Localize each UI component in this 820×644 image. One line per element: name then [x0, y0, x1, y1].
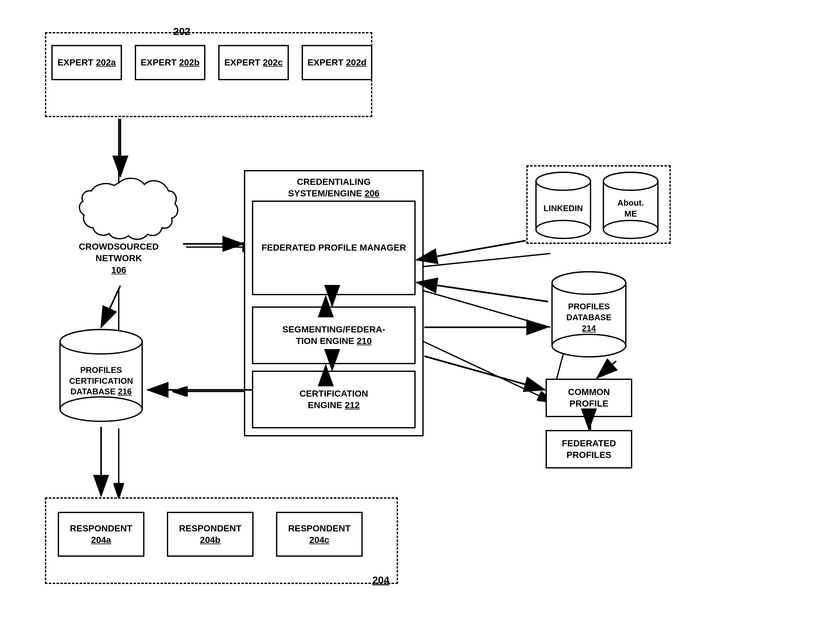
svg-point-40 [60, 397, 142, 421]
svg-point-34 [552, 334, 626, 357]
cert-db-ref: 216 [118, 386, 132, 396]
federated-profile-manager-box: FEDERATED PROFILE MANAGER [252, 201, 416, 295]
svg-line-54 [416, 282, 548, 302]
expert-d-ref: 202d [346, 57, 367, 67]
respondents-group-ref: 204 [372, 574, 389, 586]
expert-box-c: EXPERT 202c [218, 45, 289, 80]
expert-box-a: EXPERT 202a [51, 45, 122, 80]
svg-line-53 [416, 241, 526, 260]
certification-engine-box: CERTIFICATIONENGINE 212 [252, 371, 416, 428]
respondent-box-b: RESPONDENT204b [167, 512, 253, 557]
expert-c-ref: 202c [263, 57, 283, 67]
expert-b-ref: 202b [179, 57, 200, 67]
cert-engine-ref: 212 [345, 400, 360, 410]
network-ref: 106 [111, 265, 126, 275]
profiles-cert-db-cyl: PROFILESCERTIFICATIONDATABASE 216 [56, 327, 146, 425]
profiles-database-cyl: PROFILESDATABASE214 [549, 270, 629, 359]
diagram-container: 202 EXPERT 202a EXPERT 202b EXPERT 202c … [26, 19, 789, 623]
expert-a-ref: 202a [96, 57, 116, 67]
expert-box-d: EXPERT 202d [302, 45, 372, 80]
seg-engine-ref: 210 [357, 336, 372, 346]
expert-box-b: EXPERT 202b [135, 45, 206, 80]
federated-profiles-box: FEDERATEDPROFILES [545, 430, 632, 468]
svg-point-41 [60, 330, 142, 354]
common-profile-box: COMMONPROFILE [545, 379, 632, 417]
svg-line-46 [101, 285, 120, 327]
crowdsourced-network-cloud: CROWDSOURCEDNETWORK106 [58, 173, 180, 282]
respondent-box-a: RESPONDENT204a [58, 512, 144, 557]
credentialing-ref: 206 [365, 189, 380, 198]
svg-line-56 [424, 356, 545, 390]
respondent-a-ref: 204a [91, 535, 111, 545]
respondent-box-c: RESPONDENT204c [276, 512, 362, 557]
svg-line-58 [597, 361, 616, 378]
respondent-c-ref: 204c [309, 535, 329, 545]
segmenting-engine-box: SEGMENTING/FEDERA-TION ENGINE 210 [252, 307, 416, 364]
svg-point-35 [552, 272, 626, 294]
respondent-b-ref: 204b [200, 535, 221, 545]
experts-group-ref: 202 [173, 26, 190, 38]
profiles-db-ref: 214 [582, 324, 596, 333]
